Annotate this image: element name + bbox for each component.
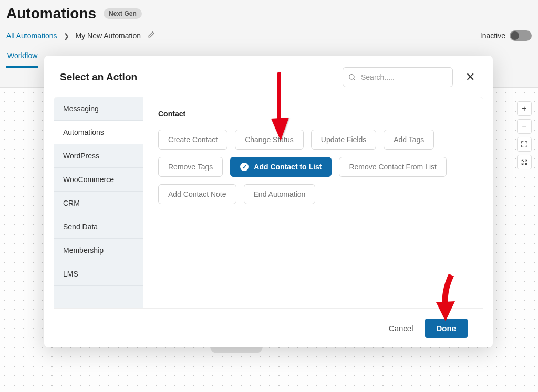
action-label: Add Contact to List bbox=[254, 163, 322, 171]
svg-line-1 bbox=[354, 79, 355, 80]
sidebar-item-send-data[interactable]: Send Data bbox=[54, 215, 143, 239]
fit-screen-button[interactable] bbox=[517, 137, 532, 152]
nextgen-badge: Next Gen bbox=[104, 8, 142, 19]
page-title: Automations bbox=[6, 5, 96, 22]
done-button[interactable]: Done bbox=[425, 319, 468, 338]
sidebar-item-wordpress[interactable]: WordPress bbox=[54, 144, 143, 168]
action-remove-contact-from-list[interactable]: Remove Contact From List bbox=[339, 157, 447, 177]
zoom-out-button[interactable]: − bbox=[517, 119, 532, 134]
sidebar-item-messaging[interactable]: Messaging bbox=[54, 97, 143, 121]
fullscreen-button[interactable] bbox=[517, 155, 532, 169]
sidebar-item-lms[interactable]: LMS bbox=[54, 262, 143, 286]
sidebar-item-woocommerce[interactable]: WooCommerce bbox=[54, 168, 143, 192]
breadcrumb: All Automations ❯ My New Automation Inac… bbox=[0, 27, 538, 46]
action-remove-tags[interactable]: Remove Tags bbox=[158, 157, 223, 177]
active-toggle[interactable] bbox=[510, 30, 532, 41]
sidebar-item-crm[interactable]: CRM bbox=[54, 192, 143, 215]
action-add-contact-note[interactable]: Add Contact Note bbox=[158, 184, 236, 204]
select-action-modal: Select an Action ✕ Messaging Automations… bbox=[44, 56, 493, 347]
check-icon: ✓ bbox=[240, 163, 249, 171]
edit-icon[interactable] bbox=[147, 31, 155, 40]
tab-workflow[interactable]: Workflow bbox=[6, 46, 38, 68]
modal-title: Select an Action bbox=[60, 71, 137, 83]
action-create-contact[interactable]: Create Contact bbox=[158, 130, 227, 150]
action-change-status[interactable]: Change Status bbox=[235, 130, 304, 150]
chevron-right-icon: ❯ bbox=[64, 32, 69, 40]
action-add-contact-to-list[interactable]: ✓ Add Contact to List bbox=[230, 157, 332, 177]
cancel-button[interactable]: Cancel bbox=[389, 324, 413, 333]
sidebar-item-membership[interactable]: Membership bbox=[54, 239, 143, 262]
search-input[interactable] bbox=[343, 67, 453, 87]
svg-point-0 bbox=[349, 75, 354, 79]
section-title-contact: Contact bbox=[158, 110, 469, 118]
action-category-sidebar: Messaging Automations WordPress WooComme… bbox=[54, 97, 143, 308]
search-icon bbox=[348, 73, 356, 81]
breadcrumb-current: My New Automation bbox=[76, 31, 141, 40]
zoom-in-button[interactable]: + bbox=[517, 101, 532, 116]
sidebar-item-automations[interactable]: Automations bbox=[54, 121, 143, 144]
breadcrumb-root-link[interactable]: All Automations bbox=[6, 31, 57, 40]
close-icon[interactable]: ✕ bbox=[463, 68, 477, 86]
action-add-tags[interactable]: Add Tags bbox=[384, 130, 434, 150]
status-label: Inactive bbox=[480, 31, 505, 40]
action-end-automation[interactable]: End Automation bbox=[244, 184, 316, 204]
action-update-fields[interactable]: Update Fields bbox=[311, 130, 376, 150]
